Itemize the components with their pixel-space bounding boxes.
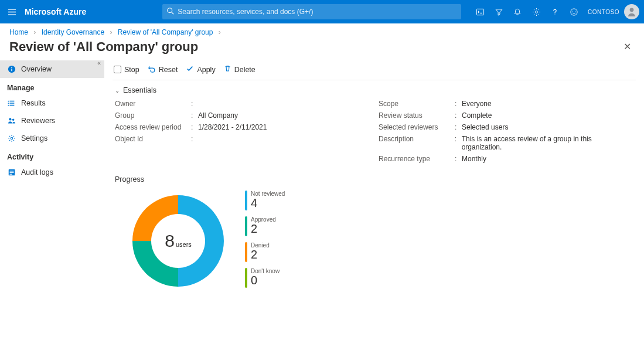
apply-button[interactable]: Apply bbox=[186, 64, 215, 74]
search-icon bbox=[166, 7, 175, 17]
sidebar-section-activity: Activity bbox=[0, 147, 104, 164]
svg-point-4 bbox=[572, 11, 573, 11]
legend-swatch bbox=[245, 268, 247, 288]
donut-total-value: 8 bbox=[165, 231, 175, 251]
stop-checkbox[interactable] bbox=[114, 66, 121, 73]
apply-label: Apply bbox=[197, 66, 215, 74]
progress-legend: Not reviewed4Approved2Denied2Don't know0 bbox=[245, 191, 285, 288]
svg-rect-17 bbox=[10, 171, 14, 171]
svg-rect-1 bbox=[476, 9, 483, 15]
legend-item: Approved2 bbox=[245, 216, 285, 236]
svg-point-15 bbox=[11, 137, 13, 140]
recur-label: Recurrence type bbox=[379, 155, 455, 163]
legend-value: 4 bbox=[251, 197, 285, 209]
search-input[interactable] bbox=[162, 4, 461, 19]
sidebar-item-reviewers[interactable]: Reviewers bbox=[0, 112, 104, 130]
sidebar-item-settings[interactable]: Settings bbox=[0, 130, 104, 147]
sidebar-item-label: Audit logs bbox=[21, 168, 53, 176]
svg-point-6 bbox=[630, 8, 634, 12]
undo-icon bbox=[148, 64, 156, 74]
legend-value: 2 bbox=[251, 249, 270, 260]
breadcrumb-home[interactable]: Home bbox=[9, 28, 28, 36]
svg-point-2 bbox=[535, 11, 537, 13]
scope-value: Everyone bbox=[462, 100, 492, 108]
stop-label: Stop bbox=[124, 66, 139, 74]
essentials-toggle[interactable]: ⌄ Essentials bbox=[113, 80, 636, 98]
svg-rect-18 bbox=[10, 172, 14, 173]
legend-swatch bbox=[245, 242, 247, 262]
breadcrumb-identity-governance[interactable]: Identity Governance bbox=[42, 28, 104, 36]
period-label: Access review period bbox=[115, 123, 191, 131]
azure-top-bar: Microsoft Azure CONTOSO bbox=[0, 0, 644, 23]
legend-value: 2 bbox=[251, 223, 276, 234]
chevron-right-icon: › bbox=[219, 28, 221, 36]
collapse-sidebar-icon[interactable]: « bbox=[97, 59, 101, 66]
main-content: Stop Reset Apply Delete ⌄ Essentials Own… bbox=[104, 59, 644, 357]
svg-point-3 bbox=[570, 8, 577, 15]
svg-point-13 bbox=[9, 118, 11, 120]
legend-swatch bbox=[245, 216, 247, 236]
svg-point-0 bbox=[168, 8, 172, 13]
status-label: Review status bbox=[379, 111, 455, 120]
people-icon bbox=[7, 116, 16, 125]
svg-point-11 bbox=[8, 103, 9, 104]
chevron-right-icon: › bbox=[110, 28, 112, 36]
progress-donut-chart: 8 users bbox=[125, 188, 231, 294]
chevron-right-icon: › bbox=[33, 28, 36, 36]
reviewers-label: Selected reviewers bbox=[379, 123, 455, 131]
svg-rect-8 bbox=[11, 69, 12, 71]
settings-icon[interactable] bbox=[527, 0, 546, 23]
svg-point-14 bbox=[12, 119, 15, 121]
breadcrumb: Home › Identity Governance › Review of '… bbox=[0, 23, 644, 38]
list-icon bbox=[7, 98, 16, 108]
cloud-shell-icon[interactable] bbox=[471, 0, 489, 23]
reset-label: Reset bbox=[159, 66, 178, 74]
tenant-label: CONTOSO bbox=[588, 9, 619, 15]
log-icon bbox=[7, 168, 16, 177]
legend-item: Don't know0 bbox=[245, 268, 285, 288]
hamburger-menu-icon[interactable] bbox=[0, 0, 23, 23]
svg-point-12 bbox=[8, 105, 9, 106]
breadcrumb-review[interactable]: Review of 'All Company' group bbox=[118, 28, 213, 36]
brand-label: Microsoft Azure bbox=[25, 7, 86, 16]
sidebar: « Overview Manage Results Reviewers Sett… bbox=[0, 59, 104, 357]
recur-value: Monthly bbox=[462, 155, 486, 163]
chevron-down-icon: ⌄ bbox=[115, 87, 120, 94]
group-value: All Company bbox=[198, 111, 238, 120]
svg-point-10 bbox=[8, 101, 9, 102]
delete-label: Delete bbox=[234, 66, 255, 74]
avatar[interactable] bbox=[624, 4, 639, 19]
objectid-label: Object Id bbox=[115, 135, 191, 143]
feedback-icon[interactable] bbox=[564, 0, 583, 23]
essentials-body: Owner: Group:All Company Access review p… bbox=[113, 98, 636, 165]
help-icon[interactable] bbox=[546, 0, 564, 23]
owner-label: Owner bbox=[115, 100, 191, 108]
close-icon[interactable]: ✕ bbox=[620, 38, 635, 56]
period-value: 1/28/2021 - 2/11/2021 bbox=[198, 123, 267, 131]
page-title: Review of 'All Company' group bbox=[9, 39, 198, 55]
delete-button[interactable]: Delete bbox=[224, 64, 255, 74]
donut-total-label: users bbox=[176, 241, 192, 248]
directory-filter-icon[interactable] bbox=[489, 0, 508, 23]
legend-swatch bbox=[245, 191, 247, 210]
sidebar-item-label: Results bbox=[21, 99, 46, 107]
essentials-header: Essentials bbox=[123, 86, 156, 94]
legend-item: Denied2 bbox=[245, 242, 285, 262]
reset-button[interactable]: Reset bbox=[148, 64, 178, 74]
info-icon bbox=[7, 64, 16, 74]
status-value: Complete bbox=[462, 111, 492, 120]
svg-rect-19 bbox=[10, 174, 12, 175]
legend-item: Not reviewed4 bbox=[245, 191, 285, 210]
svg-point-5 bbox=[575, 11, 575, 11]
notifications-icon[interactable] bbox=[508, 0, 527, 23]
stop-button[interactable]: Stop bbox=[114, 66, 139, 74]
reviewers-value: Selected users bbox=[462, 123, 508, 131]
sidebar-item-label: Settings bbox=[21, 134, 47, 142]
sidebar-item-audit-logs[interactable]: Audit logs bbox=[0, 164, 104, 181]
svg-point-9 bbox=[11, 67, 12, 68]
progress-header: Progress bbox=[113, 165, 636, 188]
sidebar-item-overview[interactable]: Overview bbox=[0, 60, 104, 78]
gear-icon bbox=[7, 134, 16, 143]
sidebar-item-label: Overview bbox=[21, 65, 52, 73]
sidebar-item-results[interactable]: Results bbox=[0, 94, 104, 112]
